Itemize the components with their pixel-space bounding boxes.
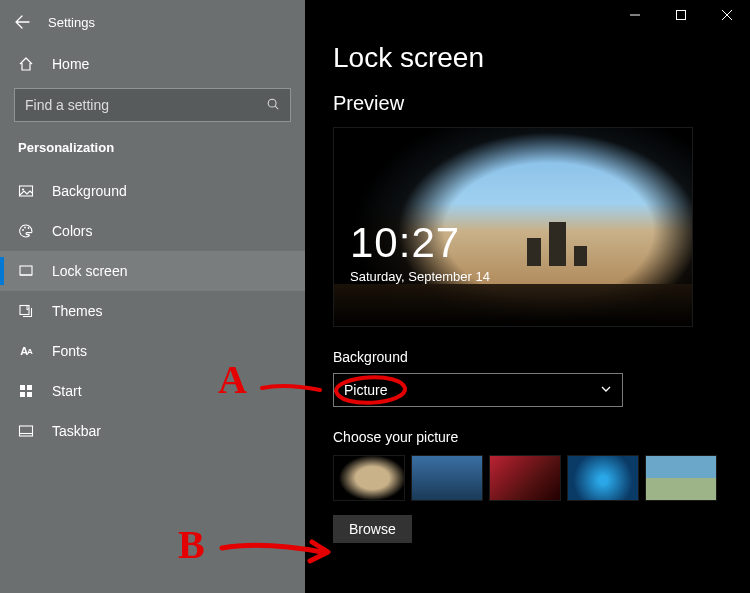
themes-icon <box>18 303 34 319</box>
picture-thumb[interactable] <box>645 455 717 501</box>
sidebar-nav: Background Colors Lock screen Themes AA … <box>0 171 305 451</box>
search-icon <box>266 97 280 114</box>
sidebar-item-colors[interactable]: Colors <box>0 211 305 251</box>
sidebar-category: Personalization <box>0 134 305 165</box>
svg-point-3 <box>22 188 24 190</box>
minimize-button[interactable] <box>612 0 658 30</box>
search-box[interactable] <box>14 88 291 122</box>
sidebar-item-label: Lock screen <box>52 263 127 279</box>
background-label: Background <box>333 349 750 365</box>
svg-point-5 <box>24 227 26 229</box>
svg-point-0 <box>268 99 276 107</box>
chevron-down-icon <box>600 382 612 398</box>
svg-rect-11 <box>27 385 32 390</box>
sidebar-item-label: Start <box>52 383 82 399</box>
fonts-icon: AA <box>18 343 34 359</box>
sidebar-item-taskbar[interactable]: Taskbar <box>0 411 305 451</box>
maximize-button[interactable] <box>658 0 704 30</box>
home-icon <box>18 56 34 72</box>
preview-time: 10:27 <box>350 219 490 267</box>
settings-sidebar: Settings Home Personalization Background <box>0 0 305 593</box>
sidebar-item-label: Colors <box>52 223 92 239</box>
background-dropdown-value: Picture <box>344 382 388 398</box>
svg-line-1 <box>275 106 278 109</box>
search-input[interactable] <box>25 97 255 113</box>
picture-icon <box>18 183 34 199</box>
browse-button[interactable]: Browse <box>333 515 412 543</box>
back-button[interactable] <box>14 14 30 30</box>
lockscreen-preview: 10:27 Saturday, September 14 <box>333 127 693 327</box>
svg-rect-17 <box>677 11 686 20</box>
sidebar-item-label: Taskbar <box>52 423 101 439</box>
svg-rect-10 <box>20 385 25 390</box>
back-arrow-icon <box>14 14 30 30</box>
sidebar-item-label: Fonts <box>52 343 87 359</box>
svg-rect-12 <box>20 392 25 397</box>
lock-screen-icon <box>18 263 34 279</box>
svg-rect-13 <box>27 392 32 397</box>
main-content: Lock screen Preview 10:27 Saturday, Sept… <box>305 0 750 593</box>
maximize-icon <box>676 10 686 20</box>
taskbar-icon <box>18 423 34 439</box>
app-title: Settings <box>48 15 95 30</box>
background-dropdown[interactable]: Picture <box>333 373 623 407</box>
picture-thumb[interactable] <box>567 455 639 501</box>
window-controls <box>612 0 750 30</box>
sidebar-item-themes[interactable]: Themes <box>0 291 305 331</box>
close-button[interactable] <box>704 0 750 30</box>
svg-rect-7 <box>20 266 32 275</box>
preview-label: Preview <box>333 92 750 115</box>
picture-thumb[interactable] <box>489 455 561 501</box>
minimize-icon <box>630 10 640 20</box>
sidebar-item-label: Themes <box>52 303 103 319</box>
svg-point-6 <box>28 227 30 229</box>
picture-thumb[interactable] <box>411 455 483 501</box>
svg-rect-14 <box>20 426 33 436</box>
palette-icon <box>18 223 34 239</box>
choose-picture-label: Choose your picture <box>333 429 750 445</box>
preview-clock: 10:27 Saturday, September 14 <box>350 219 490 284</box>
picture-thumbnails <box>333 455 750 501</box>
close-icon <box>722 10 732 20</box>
sidebar-item-background[interactable]: Background <box>0 171 305 211</box>
picture-thumb[interactable] <box>333 455 405 501</box>
sidebar-item-fonts[interactable]: AA Fonts <box>0 331 305 371</box>
sidebar-home-label: Home <box>52 56 89 72</box>
sidebar-item-start[interactable]: Start <box>0 371 305 411</box>
start-icon <box>18 383 34 399</box>
svg-point-4 <box>22 229 24 231</box>
sidebar-item-label: Background <box>52 183 127 199</box>
preview-date: Saturday, September 14 <box>350 269 490 284</box>
sidebar-home[interactable]: Home <box>0 44 305 84</box>
sidebar-item-lock-screen[interactable]: Lock screen <box>0 251 305 291</box>
